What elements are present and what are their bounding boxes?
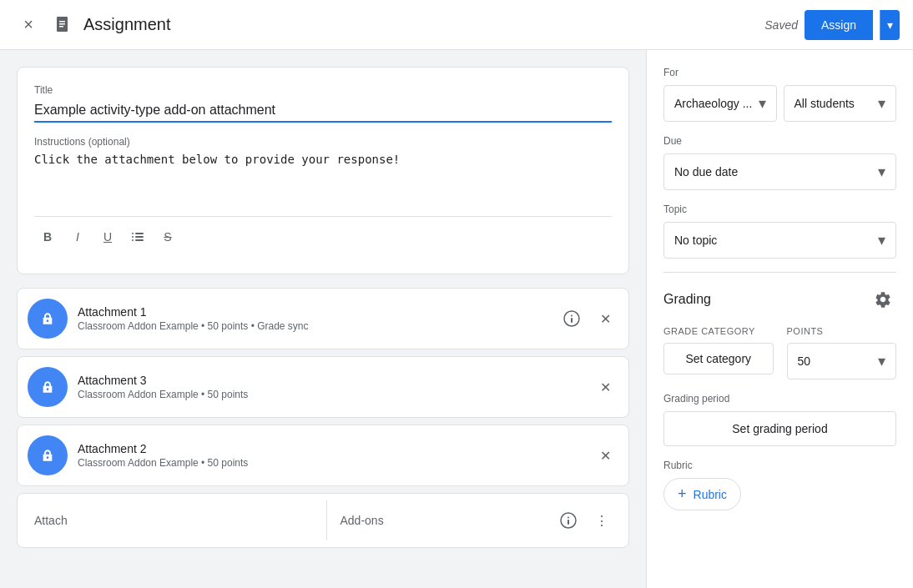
due-value: No due date — [674, 165, 738, 178]
topic-label: Topic — [663, 204, 896, 215]
due-label: Due — [663, 135, 896, 147]
header-left: × Assignment — [13, 10, 764, 40]
text-toolbar: B I U S — [34, 216, 612, 257]
svg-point-13 — [571, 315, 573, 317]
list-button[interactable] — [124, 224, 151, 250]
attachment-1-actions: ✕ — [558, 305, 618, 332]
topic-value: No topic — [674, 234, 717, 247]
for-label: For — [663, 67, 896, 78]
right-panel: For Archaeology ... ▾ All students ▾ Due… — [646, 50, 913, 588]
topic-dropdown[interactable]: No topic ▾ — [663, 222, 896, 259]
set-grading-period-button[interactable]: Set grading period — [663, 411, 896, 446]
svg-rect-9 — [135, 239, 144, 241]
saved-status: Saved — [764, 18, 798, 32]
attachment-item: Attachment 3 Classroom Addon Example • 5… — [17, 356, 629, 418]
strikethrough-button[interactable]: S — [154, 224, 181, 250]
attachment-2-icon — [28, 435, 68, 475]
attachment-1-icon — [28, 299, 68, 339]
svg-rect-4 — [132, 233, 134, 234]
points-dropdown-icon: ▾ — [878, 352, 885, 370]
add-rubric-button[interactable]: + Rubric — [663, 478, 741, 510]
attachment-2-info: Attachment 2 Classroom Addon Example • 5… — [78, 442, 582, 469]
bold-button[interactable]: B — [34, 224, 61, 250]
attach-button[interactable]: Attach — [18, 500, 327, 540]
assign-button[interactable]: Assign — [805, 10, 873, 40]
for-row: Archaeology ... ▾ All students ▾ — [663, 85, 896, 122]
svg-rect-6 — [132, 236, 134, 238]
attachment-item: Attachment 1 Classroom Addon Example • 5… — [17, 288, 629, 349]
attachment-1-info: Attachment 1 Classroom Addon Example • 5… — [78, 305, 548, 332]
attachment-3-remove-button[interactable]: ✕ — [592, 374, 618, 400]
class-dropdown[interactable]: Archaeology ... ▾ — [663, 85, 777, 122]
due-dropdown[interactable]: No due date ▾ — [663, 153, 896, 190]
attachment-1-meta: Classroom Addon Example • 50 points • Gr… — [78, 320, 548, 332]
page-title: Assignment — [83, 15, 171, 34]
grading-header: Grading — [663, 286, 896, 313]
points-value: 50 — [798, 354, 811, 368]
svg-rect-1 — [59, 21, 65, 23]
grading-period-section: Grading period Set grading period — [663, 393, 896, 446]
assign-dropdown-button[interactable]: ▾ — [880, 10, 900, 40]
attachment-2-remove-button[interactable]: ✕ — [592, 442, 618, 469]
grading-title: Grading — [663, 292, 711, 307]
due-dropdown-icon: ▾ — [878, 163, 885, 181]
grade-category-label: Grade category — [663, 326, 774, 336]
addons-info-button[interactable] — [555, 507, 582, 534]
italic-button[interactable]: I — [64, 224, 91, 250]
attachment-1-remove-button[interactable]: ✕ — [592, 305, 618, 332]
title-input[interactable] — [34, 99, 612, 123]
close-button[interactable]: × — [13, 10, 43, 40]
attachments-list: Attachment 1 Classroom Addon Example • 5… — [17, 288, 629, 486]
assign-dropdown-icon: ▾ — [887, 18, 893, 32]
attachment-3-icon — [28, 367, 68, 407]
svg-rect-5 — [135, 233, 144, 234]
underline-button[interactable]: U — [94, 224, 121, 250]
attachment-3-actions: ✕ — [592, 374, 618, 400]
students-dropdown[interactable]: All students ▾ — [784, 85, 897, 122]
attachment-item: Attachment 2 Classroom Addon Example • 5… — [17, 425, 629, 486]
points-label: Points — [787, 326, 897, 336]
attachment-2-meta: Classroom Addon Example • 50 points — [78, 457, 582, 469]
doc-icon — [53, 15, 73, 35]
close-icon: × — [23, 15, 33, 34]
svg-rect-3 — [59, 26, 63, 28]
title-instructions-card: Title Instructions (optional) Click the … — [17, 67, 629, 274]
class-value: Archaeology ... — [674, 97, 752, 110]
header: × Assignment Saved Assign ▾ — [0, 0, 913, 50]
header-right: Saved Assign ▾ — [764, 10, 900, 40]
bottom-bar: Attach Add-ons ⋮ — [17, 493, 629, 548]
rubric-section: Rubric + Rubric — [663, 460, 896, 510]
svg-rect-8 — [132, 239, 134, 241]
rubric-btn-label: Rubric — [694, 488, 727, 501]
points-col: Points 50 ▾ — [787, 326, 897, 379]
instructions-group: Instructions (optional) Click the attach… — [34, 136, 612, 209]
addons-more-button[interactable]: ⋮ — [588, 507, 615, 534]
grading-settings-button[interactable] — [870, 286, 896, 313]
attachment-1-name: Attachment 1 — [78, 305, 548, 319]
divider — [663, 272, 896, 273]
svg-rect-17 — [567, 520, 569, 525]
attachment-1-info-button[interactable] — [558, 305, 585, 332]
addons-label: Add-ons — [340, 514, 549, 527]
title-field-group: Title — [34, 84, 612, 123]
title-label: Title — [34, 84, 612, 96]
set-category-button[interactable]: Set category — [663, 343, 774, 374]
main-layout: Title Instructions (optional) Click the … — [0, 50, 913, 588]
topic-section: Topic No topic ▾ — [663, 204, 896, 259]
attachment-2-name: Attachment 2 — [78, 442, 582, 455]
svg-rect-12 — [571, 318, 573, 323]
left-panel: Title Instructions (optional) Click the … — [0, 50, 646, 588]
topic-dropdown-icon: ▾ — [878, 231, 885, 249]
svg-rect-7 — [135, 236, 144, 238]
grading-period-label: Grading period — [663, 393, 896, 405]
attachment-3-info: Attachment 3 Classroom Addon Example • 5… — [78, 374, 582, 400]
points-dropdown[interactable]: 50 ▾ — [787, 343, 897, 379]
attachment-3-meta: Classroom Addon Example • 50 points — [78, 389, 582, 400]
instructions-textarea[interactable]: Click the attachment below to provide yo… — [34, 148, 612, 207]
addons-section: Add-ons ⋮ — [327, 494, 629, 547]
class-dropdown-icon: ▾ — [759, 94, 766, 113]
rubric-label: Rubric — [663, 460, 896, 471]
students-dropdown-icon: ▾ — [878, 94, 885, 113]
grade-category-points-row: Grade category Set category Points 50 ▾ — [663, 326, 896, 379]
grade-category-col: Grade category Set category — [663, 326, 774, 374]
